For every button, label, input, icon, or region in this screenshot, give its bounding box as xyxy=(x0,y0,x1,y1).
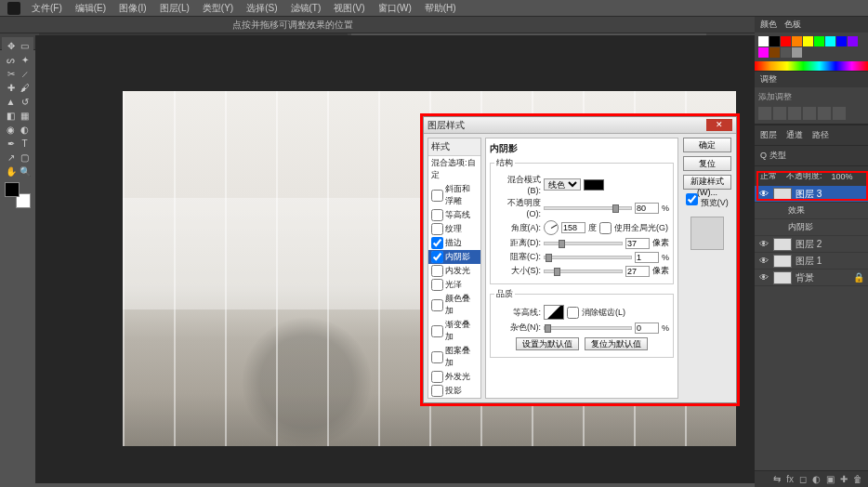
global-light-checkbox[interactable] xyxy=(599,222,612,234)
eyedropper-tool-icon[interactable]: ⟋ xyxy=(18,67,32,81)
swatch[interactable] xyxy=(814,36,824,46)
style-斜面和浮雕[interactable]: 斜面和浮雕 xyxy=(428,182,480,208)
blend-mode-select[interactable]: 正常 xyxy=(760,170,777,182)
wand-tool-icon[interactable]: ✦ xyxy=(18,53,32,67)
swatch[interactable] xyxy=(781,36,791,46)
mask-icon[interactable]: ◻ xyxy=(799,474,807,484)
visibility-icon[interactable]: 👁 xyxy=(758,189,769,199)
visibility-icon[interactable]: 👁 xyxy=(758,256,769,266)
fg-color-icon[interactable] xyxy=(5,182,20,197)
style-纹理[interactable]: 纹理 xyxy=(428,222,480,236)
menu-help[interactable]: 帮助(H) xyxy=(419,0,462,17)
layer-filter[interactable]: Q 类型 xyxy=(760,150,786,162)
adj-icon[interactable] xyxy=(818,107,831,120)
adjust-tab[interactable]: 调整 xyxy=(760,73,777,86)
preview-checkbox[interactable] xyxy=(686,193,698,205)
style-描边[interactable]: 描边 xyxy=(428,236,480,250)
new-style-button[interactable]: 新建样式(W)... xyxy=(683,175,731,190)
layer-row[interactable]: 内阴影 xyxy=(755,219,868,236)
style-光泽[interactable]: 光泽 xyxy=(428,278,480,292)
blend-options[interactable]: 混合选项:自定 xyxy=(428,156,480,182)
swatch[interactable] xyxy=(758,47,769,58)
style-内阴影[interactable]: 内阴影 xyxy=(428,250,480,264)
menu-image[interactable]: 图像(I) xyxy=(113,0,151,17)
style-投影[interactable]: 投影 xyxy=(428,384,480,398)
opacity-input[interactable] xyxy=(635,203,659,214)
dodge-tool-icon[interactable]: ◐ xyxy=(18,123,32,137)
swatch[interactable] xyxy=(758,36,769,46)
fx-icon[interactable]: fx xyxy=(786,474,794,484)
menu-select[interactable]: 选择(S) xyxy=(241,0,283,17)
hand-tool-icon[interactable]: ✋ xyxy=(4,165,18,178)
stamp-tool-icon[interactable]: ▲ xyxy=(4,95,18,109)
style-图案叠加[interactable]: 图案叠加 xyxy=(428,344,480,370)
contour-picker[interactable] xyxy=(544,305,564,320)
swatch[interactable] xyxy=(803,36,813,46)
style-外发光[interactable]: 外发光 xyxy=(428,370,480,384)
style-checkbox[interactable] xyxy=(431,351,443,363)
visibility-icon[interactable]: 👁 xyxy=(758,239,769,249)
style-checkbox[interactable] xyxy=(431,279,443,291)
adj-icon[interactable] xyxy=(833,107,846,120)
heal-tool-icon[interactable]: ✚ xyxy=(4,81,18,95)
menu-filter[interactable]: 滤镜(T) xyxy=(285,0,327,17)
distance-input[interactable] xyxy=(625,238,650,249)
style-内发光[interactable]: 内发光 xyxy=(428,264,480,278)
swatch[interactable] xyxy=(792,47,802,58)
paths-tab[interactable]: 路径 xyxy=(812,129,829,141)
angle-dial[interactable] xyxy=(544,220,559,235)
layer-row[interactable]: 👁图层 1 xyxy=(755,253,868,270)
style-checkbox[interactable] xyxy=(431,209,443,221)
style-checkbox[interactable] xyxy=(431,223,443,235)
layer-row[interactable]: 效果 xyxy=(755,203,868,219)
opacity-slider[interactable] xyxy=(544,206,632,210)
distance-slider[interactable] xyxy=(544,242,623,245)
menu-window[interactable]: 窗口(W) xyxy=(373,0,417,17)
marquee-tool-icon[interactable]: ▭ xyxy=(18,39,32,53)
blendmode-select[interactable]: 线色 xyxy=(544,178,581,191)
fg-bg-swatch[interactable] xyxy=(5,182,31,208)
path-tool-icon[interactable]: ↗ xyxy=(4,151,18,165)
cancel-button[interactable]: 复位 xyxy=(683,156,731,171)
ok-button[interactable]: 确定 xyxy=(683,138,731,152)
opacity-value[interactable]: 100% xyxy=(832,172,853,181)
style-checkbox[interactable] xyxy=(431,325,443,337)
layers-tab[interactable]: 图层 xyxy=(760,129,777,141)
channels-tab[interactable]: 通道 xyxy=(786,129,803,141)
size-slider[interactable] xyxy=(544,270,623,273)
menu-view[interactable]: 视图(V) xyxy=(328,0,370,17)
group-icon[interactable]: ▣ xyxy=(826,474,835,484)
new-layer-icon[interactable]: ✚ xyxy=(840,474,848,484)
swatch[interactable] xyxy=(769,36,780,46)
swatch[interactable] xyxy=(769,47,780,58)
size-input[interactable] xyxy=(625,266,650,277)
style-颜色叠加[interactable]: 颜色叠加 xyxy=(428,292,480,318)
crop-tool-icon[interactable]: ✂ xyxy=(4,67,18,81)
style-checkbox[interactable] xyxy=(431,237,443,249)
menu-edit[interactable]: 编辑(E) xyxy=(70,0,112,17)
swatch[interactable] xyxy=(792,36,802,46)
adj-icon[interactable] xyxy=(803,107,816,120)
style-checkbox[interactable] xyxy=(431,371,443,383)
type-tool-icon[interactable]: T xyxy=(18,137,32,151)
menu-layer[interactable]: 图层(L) xyxy=(154,0,195,17)
noise-input[interactable] xyxy=(635,322,659,334)
choke-input[interactable] xyxy=(635,252,659,263)
zoom-tool-icon[interactable]: 🔍 xyxy=(18,165,32,178)
trash-icon[interactable]: 🗑 xyxy=(853,474,862,484)
visibility-icon[interactable]: 👁 xyxy=(758,272,769,283)
swatch[interactable] xyxy=(836,36,847,46)
layer-row[interactable]: 👁背景🔒 xyxy=(755,270,868,286)
link-layers-icon[interactable]: ⇆ xyxy=(773,474,781,484)
lasso-tool-icon[interactable]: ᔕ xyxy=(4,53,18,67)
style-checkbox[interactable] xyxy=(431,299,443,311)
blur-tool-icon[interactable]: ◉ xyxy=(4,123,18,137)
close-icon[interactable]: ✕ xyxy=(706,119,732,131)
make-default-button[interactable]: 设置为默认值 xyxy=(516,337,579,350)
reset-default-button[interactable]: 复位为默认值 xyxy=(585,337,648,350)
style-等高线[interactable]: 等高线 xyxy=(428,208,480,222)
layer-row[interactable]: 👁图层 2 xyxy=(755,236,868,253)
shadow-color-swatch[interactable] xyxy=(584,179,604,191)
style-checkbox[interactable] xyxy=(431,251,443,263)
shape-tool-icon[interactable]: ▢ xyxy=(18,151,32,165)
